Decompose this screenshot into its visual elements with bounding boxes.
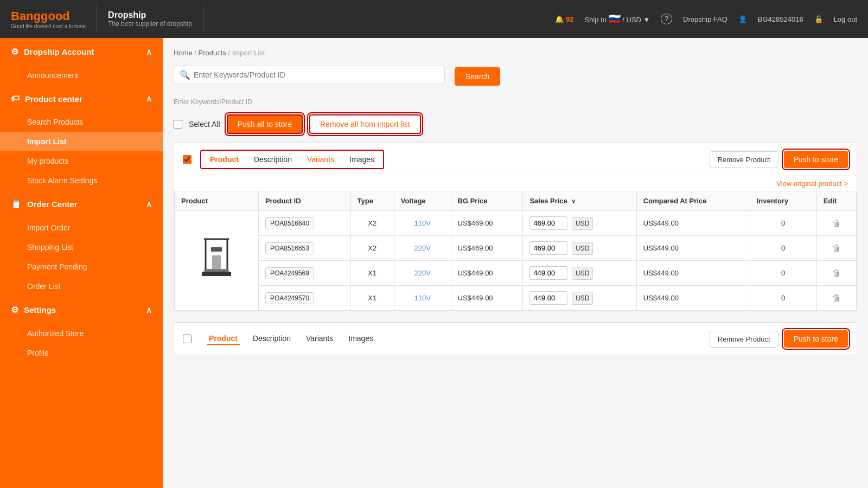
breadcrumb-products[interactable]: Products (199, 49, 226, 57)
remove-product-button-2[interactable]: Remove Product (710, 331, 778, 348)
sidebar-item-authorized-store[interactable]: Authorized Store (0, 324, 163, 343)
chevron-up-icon: ∧ (146, 47, 152, 57)
sidebar-item-search-products[interactable]: Search Products (0, 112, 163, 132)
search-input[interactable] (190, 66, 439, 84)
sidebar-item-my-products[interactable]: My products (0, 151, 163, 171)
sort-icon[interactable]: ∨ (571, 198, 576, 204)
tab-product[interactable]: Product (208, 154, 241, 165)
product-card-1: Product Description Variants Images Remo… (174, 143, 857, 311)
bg-price-cell: US$469.00 (451, 211, 523, 236)
logo-area: Banggood Good life doesn't cost a fortun… (11, 5, 203, 33)
clipboard-icon: 📋 (11, 199, 22, 209)
search-button[interactable]: Search (455, 67, 500, 86)
remove-all-button[interactable]: Remove all from import list (309, 114, 421, 134)
delete-icon[interactable]: 🗑 (832, 219, 841, 228)
sales-price-cell: USD (523, 211, 636, 236)
select-all-checkbox[interactable] (174, 120, 182, 129)
tab-images-2[interactable]: Images (346, 333, 375, 345)
sidebar-item-stock-alarm[interactable]: Stock Alarm Settings (0, 171, 163, 190)
sidebar-section-product-center[interactable]: 🏷 Product center ∧ (0, 85, 163, 112)
help-icon: ? (661, 14, 672, 24)
breadcrumb-home[interactable]: Home (174, 49, 193, 57)
search-hint: Enter Keywords/Product ID (174, 98, 857, 106)
sidebar-section-label: Dropship Account (24, 47, 94, 56)
bg-price-cell: US$449.00 (451, 261, 523, 286)
tab-description-2[interactable]: Description (251, 333, 293, 345)
tab-product-2[interactable]: Product (207, 333, 240, 345)
push-all-button[interactable]: Push all to store (227, 114, 303, 134)
tab-images[interactable]: Images (347, 154, 376, 165)
delete-icon[interactable]: 🗑 (832, 243, 841, 253)
ship-to[interactable]: Ship to 🇷🇺 / USD ▼ (585, 13, 650, 25)
service-info: Dropship The best supplier of dropship (108, 10, 192, 28)
product-card-2-checkbox[interactable] (183, 335, 192, 343)
toolbar: Select All Push all to store Remove all … (174, 114, 857, 134)
product-card-1-header: Product Description Variants Images Remo… (174, 143, 857, 176)
user-icon: 👤 (738, 15, 747, 23)
edit-cell: 🗑 (816, 261, 856, 286)
brand-name: Banggood (11, 9, 86, 23)
sidebar-item-payment-pending[interactable]: Payment Pending (0, 257, 163, 277)
select-all-label: Select All (189, 120, 220, 129)
product-svg (197, 236, 235, 285)
settings-icon: ⚙ (11, 305, 18, 315)
col-product-id: Product ID (258, 191, 350, 211)
product-id-cell: POA8516653 (258, 236, 350, 261)
sales-price-input[interactable] (529, 266, 567, 280)
sidebar-item-profile[interactable]: Profile (0, 343, 163, 363)
col-inventory: Inventory (750, 191, 816, 211)
product-card-1-checkbox[interactable] (183, 155, 192, 164)
type-cell: X2 (350, 211, 394, 236)
delete-icon[interactable]: 🗑 (832, 293, 841, 303)
user-account[interactable]: BG428524016 (758, 15, 803, 23)
sidebar-section-label: Order Center (27, 200, 78, 209)
logout-button[interactable]: Log out (834, 15, 857, 23)
delete-icon[interactable]: 🗑 (832, 268, 841, 278)
sales-price-input[interactable] (529, 216, 567, 230)
svg-rect-6 (202, 272, 231, 276)
compared-price-cell: US$449.00 (636, 236, 750, 261)
sidebar: ⚙ Dropship Account ∧ Announcement 🏷 Prod… (0, 38, 163, 488)
sidebar-item-shopping-list[interactable]: Shopping List (0, 237, 163, 257)
main-layout: ⚙ Dropship Account ∧ Announcement 🏷 Prod… (0, 38, 868, 488)
logo-divider (97, 5, 97, 33)
push-store-button-1[interactable]: Push to store (784, 151, 848, 168)
faq-link[interactable]: Dropship FAQ (683, 15, 727, 23)
sidebar-section-dropship-account[interactable]: ⚙ Dropship Account ∧ (0, 38, 163, 66)
view-original-link[interactable]: View original product > (174, 176, 857, 191)
main-content: Home / Products / Import List 🔍 Search E… (163, 38, 868, 488)
table-body-1: POA8516640 X2 110V US$469.00 USD US$449.… (175, 211, 857, 311)
breadcrumb-current: Import List (232, 49, 265, 57)
inventory-cell: 0 (750, 261, 816, 286)
voltage-cell: 110V (394, 286, 451, 311)
notification-icon[interactable]: 🔔 92 (555, 15, 573, 23)
edit-cell: 🗑 (816, 286, 856, 311)
sales-price-input[interactable] (529, 291, 567, 305)
table-row: POA4249570 X1 110V US$449.00 USD US$449.… (175, 286, 857, 311)
chevron-up-icon: ∧ (146, 200, 152, 209)
tab-variants[interactable]: Variants (305, 154, 336, 165)
col-type: Type (350, 191, 394, 211)
col-voltage: Voltage (394, 191, 451, 211)
voltage-cell: 220V (394, 236, 451, 261)
bg-price-cell: US$449.00 (451, 286, 523, 311)
sidebar-section-order-center[interactable]: 📋 Order Center ∧ (0, 190, 163, 218)
product-image (195, 234, 238, 288)
sidebar-section-settings[interactable]: ⚙ Settings ∧ (0, 296, 163, 324)
bg-price-cell: US$469.00 (451, 236, 523, 261)
search-icon: 🔍 (180, 70, 190, 80)
tab-variants-2[interactable]: Variants (304, 333, 335, 345)
push-store-button-2[interactable]: Push to store (784, 330, 848, 348)
type-cell: X1 (350, 286, 394, 311)
sidebar-item-announcement[interactable]: Announcement (0, 66, 163, 85)
product-image-cell (175, 211, 259, 311)
sales-price-input[interactable] (529, 241, 567, 255)
sidebar-section-label: Product center (25, 94, 82, 104)
brand-tagline: Good life doesn't cost a fortune (11, 23, 86, 29)
sidebar-item-import-order[interactable]: Import Order (0, 218, 163, 237)
remove-product-button-1[interactable]: Remove Product (710, 151, 778, 168)
tab-description[interactable]: Description (252, 154, 294, 165)
sidebar-item-import-list[interactable]: Import List (0, 132, 163, 151)
sidebar-item-order-list[interactable]: Order List (0, 277, 163, 296)
inventory-cell: 0 (750, 286, 816, 311)
